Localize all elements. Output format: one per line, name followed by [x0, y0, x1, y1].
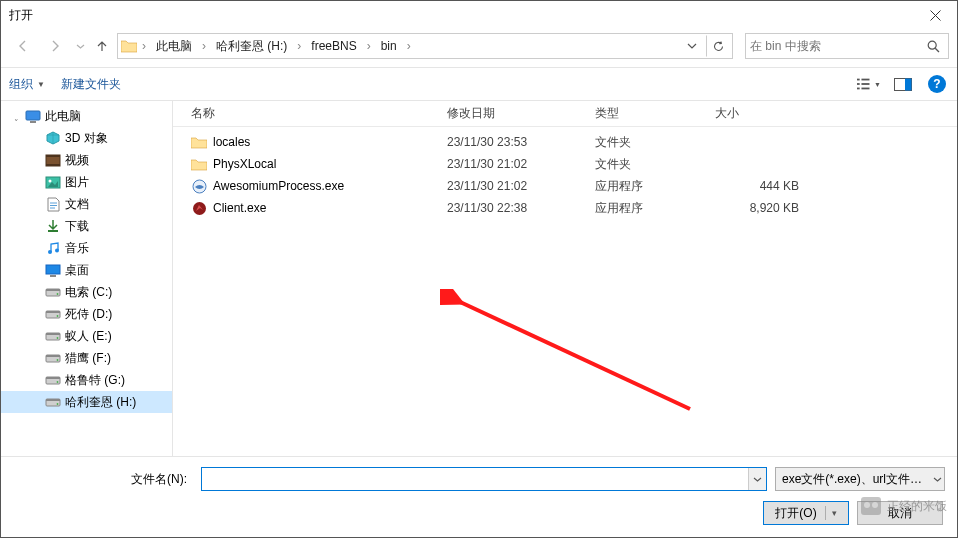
crumb-drive-h[interactable]: 哈利奎恩 (H:) [210, 36, 293, 57]
search-icon[interactable] [922, 35, 944, 57]
drive-icon [45, 328, 61, 344]
recent-dropdown[interactable] [73, 32, 87, 60]
help-button[interactable]: ? [925, 73, 949, 95]
music-icon [45, 240, 61, 256]
file-date: 23/11/30 21:02 [439, 157, 587, 171]
sidebar-item[interactable]: 3D 对象 [1, 127, 172, 149]
file-name: locales [213, 135, 250, 149]
file-name: AwesomiumProcess.exe [213, 179, 344, 193]
sidebar-item[interactable]: 视频 [1, 149, 172, 171]
svg-point-17 [48, 250, 52, 254]
sidebar-item[interactable]: 图片 [1, 171, 172, 193]
filename-input[interactable] [202, 468, 748, 490]
bottom-panel: 文件名(N): exe文件(*.exe)、url文件、快捷 打开(O) ▾ 取消 [1, 456, 957, 537]
svg-rect-31 [46, 355, 60, 357]
svg-rect-25 [46, 311, 60, 313]
file-name-cell: Client.exe [183, 200, 439, 216]
crumb-bin[interactable]: bin [375, 37, 403, 55]
cancel-button[interactable]: 取消 [857, 501, 943, 525]
sidebar-item[interactable]: 蚁人 (E:) [1, 325, 172, 347]
svg-rect-34 [46, 377, 60, 379]
chevron-down-icon [687, 41, 697, 51]
chevron-down-icon [753, 475, 762, 484]
chevron-down-icon [76, 42, 85, 51]
cancel-button-label: 取消 [888, 505, 912, 522]
filename-label: 文件名(N): [13, 471, 193, 488]
open-button[interactable]: 打开(O) ▾ [763, 501, 849, 525]
svg-rect-19 [46, 265, 60, 274]
refresh-button[interactable] [706, 35, 730, 57]
view-menu[interactable]: ▼ [857, 73, 881, 95]
doc-icon [45, 196, 61, 212]
svg-point-15 [49, 179, 52, 182]
folder-icon [120, 37, 138, 55]
file-name: Client.exe [213, 201, 266, 215]
file-type: 应用程序 [587, 200, 707, 217]
file-type-filter[interactable]: exe文件(*.exe)、url文件、快捷 [775, 467, 945, 491]
help-icon: ? [928, 75, 946, 93]
col-type[interactable]: 类型 [587, 105, 707, 122]
filename-combo[interactable] [201, 467, 767, 491]
sidebar-item[interactable]: 格鲁特 (G:) [1, 369, 172, 391]
sidebar: ˬ 此电脑 3D 对象视频图片文档下载音乐桌面电索 (C:)死侍 (D:)蚁人 … [1, 101, 173, 456]
expand-caret-icon: ˬ [11, 111, 21, 121]
svg-rect-6 [861, 88, 869, 90]
crumb-freebns[interactable]: freeBNS [305, 37, 362, 55]
address-bar[interactable]: › 此电脑 › 哈利奎恩 (H:) › freeBNS › bin › [117, 33, 733, 59]
sidebar-item[interactable]: 文档 [1, 193, 172, 215]
new-folder-label: 新建文件夹 [61, 76, 121, 93]
sidebar-this-pc[interactable]: ˬ 此电脑 [1, 105, 172, 127]
sidebar-item-label: 文档 [65, 196, 89, 213]
svg-point-35 [57, 381, 59, 383]
sidebar-item-label: 下载 [65, 218, 89, 235]
svg-rect-22 [46, 289, 60, 291]
svg-point-40 [193, 202, 206, 215]
organize-menu[interactable]: 组织 ▼ [9, 76, 45, 93]
svg-rect-5 [857, 88, 860, 90]
refresh-icon [712, 40, 725, 53]
address-dropdown[interactable] [680, 35, 704, 57]
toolbar: 组织 ▼ 新建文件夹 ▼ [1, 67, 957, 101]
close-button[interactable] [913, 1, 957, 29]
col-size[interactable]: 大小 [707, 105, 807, 122]
arrow-left-icon [16, 39, 30, 53]
titlebar: 打开 [1, 1, 957, 29]
file-row[interactable]: Client.exe23/11/30 22:38应用程序8,920 KB [173, 197, 957, 219]
crumb-this-pc[interactable]: 此电脑 [150, 36, 198, 57]
file-size: 8,920 KB [707, 201, 807, 215]
button-row: 打开(O) ▾ 取消 [13, 501, 945, 525]
file-row[interactable]: AwesomiumProcess.exe23/11/30 21:02应用程序44… [173, 175, 957, 197]
svg-rect-3 [857, 83, 860, 85]
sidebar-item-label: 猎鹰 (F:) [65, 350, 111, 367]
search-input[interactable] [750, 39, 922, 53]
sidebar-item-label: 桌面 [65, 262, 89, 279]
sidebar-item[interactable]: 死侍 (D:) [1, 303, 172, 325]
column-headers: 名称 修改日期 类型 大小 [173, 101, 957, 127]
sidebar-item[interactable]: 音乐 [1, 237, 172, 259]
svg-rect-16 [48, 230, 58, 232]
sidebar-item[interactable]: 下载 [1, 215, 172, 237]
back-button[interactable] [9, 32, 37, 60]
file-name: PhysXLocal [213, 157, 276, 171]
sidebar-item[interactable]: 哈利奎恩 (H:) [1, 391, 172, 413]
preview-pane-toggle[interactable] [891, 73, 915, 95]
sidebar-item[interactable]: 电索 (C:) [1, 281, 172, 303]
sidebar-item[interactable]: 桌面 [1, 259, 172, 281]
col-name[interactable]: 名称 [183, 105, 439, 122]
up-button[interactable] [91, 35, 113, 57]
file-row[interactable]: PhysXLocal23/11/30 21:02文件夹 [173, 153, 957, 175]
download-icon [45, 218, 61, 234]
new-folder-button[interactable]: 新建文件夹 [61, 76, 121, 93]
3d-icon [45, 130, 61, 146]
sidebar-item-label: 死侍 (D:) [65, 306, 112, 323]
filename-dropdown[interactable] [748, 468, 766, 490]
search-box[interactable] [745, 33, 949, 59]
file-name-cell: PhysXLocal [183, 156, 439, 172]
col-date[interactable]: 修改日期 [439, 105, 587, 122]
sidebar-item[interactable]: 猎鹰 (F:) [1, 347, 172, 369]
svg-point-18 [55, 249, 59, 253]
video-icon [45, 152, 61, 168]
file-row[interactable]: locales23/11/30 23:53文件夹 [173, 131, 957, 153]
svg-rect-4 [861, 83, 869, 85]
forward-button[interactable] [41, 32, 69, 60]
